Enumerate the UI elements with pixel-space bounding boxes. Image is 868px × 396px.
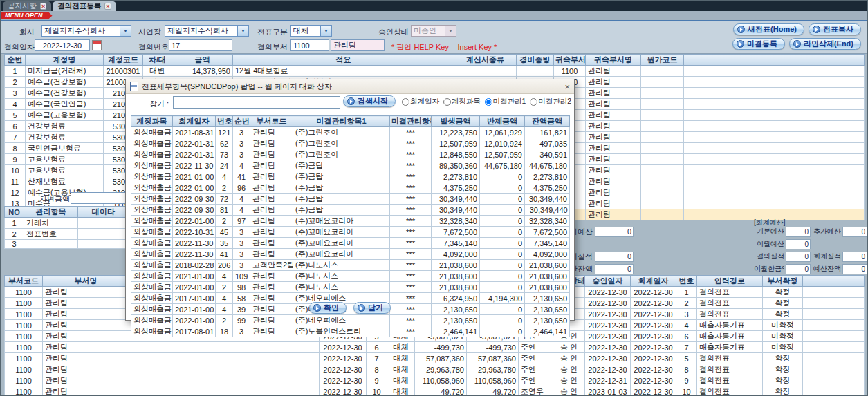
cell[interactable]: 2022-12-30 — [320, 386, 367, 396]
cell[interactable]: 2022-12-30 — [585, 287, 631, 298]
cell[interactable]: 결의전표 — [697, 386, 763, 396]
cell[interactable]: 관리팀 — [586, 121, 641, 132]
cell[interactable]: 2022-01-00 — [173, 282, 216, 293]
cell[interactable]: *** — [390, 238, 432, 249]
cell[interactable]: 관리팀 — [250, 271, 293, 282]
cell[interactable] — [129, 353, 320, 364]
cell[interactable]: (주)나노시스 — [293, 271, 390, 282]
cell[interactable]: 10 — [5, 165, 26, 176]
cell[interactable]: 3 — [233, 138, 250, 149]
cell[interactable] — [803, 309, 865, 320]
cell[interactable]: 12,061,929 — [480, 127, 525, 138]
cell[interactable]: 예수금(건강보험) — [26, 77, 104, 88]
copy-slip-button[interactable]: 전표복사 — [809, 23, 861, 35]
cell[interactable]: 1100 — [5, 353, 43, 364]
cell[interactable]: 2022-12-30 — [631, 331, 676, 342]
cell[interactable]: 2 — [216, 315, 233, 326]
cell[interactable] — [641, 132, 684, 143]
cell[interactable]: 4 — [233, 205, 250, 216]
table-row[interactable]: 1100관리팀2022-12-3010대체49,72049,720조영우승 인2… — [5, 386, 865, 396]
cell[interactable]: 외상매출금 — [131, 326, 173, 337]
cell[interactable]: 관리팀 — [250, 194, 293, 205]
cell[interactable]: (주)꼬매요코리아 — [293, 249, 390, 260]
table-row[interactable]: 3 — [5, 240, 129, 249]
cell[interactable]: *** — [390, 160, 432, 171]
cell[interactable]: 외상매출금 — [131, 260, 173, 271]
cell[interactable] — [78, 218, 129, 229]
cell[interactable]: 7,345,140 — [432, 238, 480, 249]
cell[interactable]: *** — [390, 249, 432, 260]
cell[interactable]: 497,035 — [525, 138, 570, 149]
cell[interactable]: (주)금탑 — [293, 194, 390, 205]
cell[interactable]: 관리팀 — [250, 216, 293, 227]
cell[interactable]: 관리팀 — [43, 342, 129, 353]
cell[interactable]: 관리팀 — [250, 149, 293, 160]
cell[interactable]: 2022-10-31 — [173, 227, 216, 238]
cell[interactable]: 고객만족2팀(J — [250, 260, 293, 271]
cell[interactable]: 2017-08-01 — [173, 326, 216, 337]
cell[interactable]: 2,464,141 — [432, 326, 480, 337]
table-row[interactable]: 외상매출금2022-01-00296관리팀(주)금탑***4,375,25004… — [131, 182, 570, 194]
cell[interactable]: 관리팀 — [250, 282, 293, 293]
cell[interactable]: 외상매출금 — [131, 127, 173, 138]
cell[interactable]: 2022-01-00 — [173, 315, 216, 326]
cell[interactable]: 89,350,360 — [432, 160, 480, 171]
cell[interactable]: 관리팀 — [586, 66, 641, 77]
cell[interactable]: *** — [390, 216, 432, 227]
table-row[interactable]: 외상매출금2022-01-31623관리팀(주)그린조이***12,507,95… — [131, 138, 570, 149]
cell[interactable]: 관리팀 — [250, 238, 293, 249]
cell[interactable]: *** — [390, 182, 432, 194]
cell[interactable]: 주엔 — [519, 364, 553, 375]
cell[interactable]: 2022-12-30 — [631, 386, 676, 396]
cell[interactable]: 7,672,500 — [525, 227, 570, 238]
cell[interactable]: 외상매출금 — [131, 216, 173, 227]
cell[interactable]: 2022-11-30 — [173, 238, 216, 249]
cell[interactable]: 외상매출금 — [131, 238, 173, 249]
cell[interactable]: (주)금탑 — [293, 182, 390, 194]
cell[interactable]: 14,378,950 — [172, 66, 233, 77]
cell[interactable]: 2 — [216, 282, 233, 293]
cell[interactable]: 0 — [480, 227, 525, 238]
cell[interactable]: 0 — [480, 171, 525, 182]
cell[interactable]: 0 — [480, 326, 525, 337]
cell[interactable]: 주엔 — [519, 353, 553, 364]
cell[interactable]: 승 인 — [553, 386, 585, 396]
cell[interactable]: 예수금(건강보험) — [26, 88, 104, 99]
cell[interactable]: 30,349,440 — [525, 194, 570, 205]
cell[interactable] — [129, 375, 320, 386]
cell[interactable]: 35 — [216, 238, 233, 249]
cell[interactable]: 2021-01-00 — [173, 271, 216, 282]
cell[interactable] — [803, 342, 865, 353]
cell[interactable]: 대변 — [143, 66, 172, 77]
cell[interactable]: 2022-12-30 — [631, 364, 676, 375]
cell[interactable]: 98 — [233, 282, 250, 293]
cell[interactable] — [684, 187, 865, 198]
cell[interactable]: 21,038,600 — [432, 260, 480, 271]
cell[interactable]: 21,038,600 — [432, 282, 480, 293]
cell[interactable]: 거래처 — [24, 218, 78, 229]
cell[interactable]: 7,345,140 — [525, 238, 570, 249]
cell[interactable]: 21,038,600 — [525, 271, 570, 282]
cell[interactable]: 3 — [676, 309, 697, 320]
table-row[interactable]: 1100관리팀2022-12-306대체-499,730-499,730주엔승 … — [5, 342, 865, 353]
cell[interactable]: 2022-12-30 — [320, 375, 367, 386]
cell[interactable] — [684, 77, 865, 88]
cell[interactable]: 11 — [5, 176, 26, 187]
cell[interactable]: 4 — [5, 99, 26, 110]
cell[interactable]: 2022-01-00 — [173, 216, 216, 227]
cell[interactable] — [684, 143, 865, 154]
table-row[interactable]: 1100관리팀2022-12-307대체57,087,36057,087,360… — [5, 353, 865, 364]
table-row[interactable]: 외상매출금2017-08-01183관리팀(주)노블인더스트리***2,464,… — [131, 326, 570, 337]
table-row[interactable]: 외상매출금2022-11-30353관리팀(주)꼬매요코리아***7,345,1… — [131, 238, 570, 249]
cell[interactable]: 2022-12-30 — [631, 375, 676, 386]
cell[interactable]: 6 — [367, 342, 387, 353]
cell[interactable]: 4,092,000 — [525, 249, 570, 260]
cell[interactable] — [641, 77, 684, 88]
cell[interactable] — [78, 240, 129, 249]
cell[interactable]: 확정 — [763, 375, 803, 386]
table-row[interactable]: 2전표번호 — [5, 229, 129, 240]
cell[interactable]: 1100 — [5, 320, 43, 331]
company-select[interactable]: 제일저지주식회사 ▼ — [41, 25, 131, 37]
cell[interactable]: 국민연금보험료 — [26, 143, 104, 154]
cell[interactable]: 57,087,360 — [415, 353, 467, 364]
